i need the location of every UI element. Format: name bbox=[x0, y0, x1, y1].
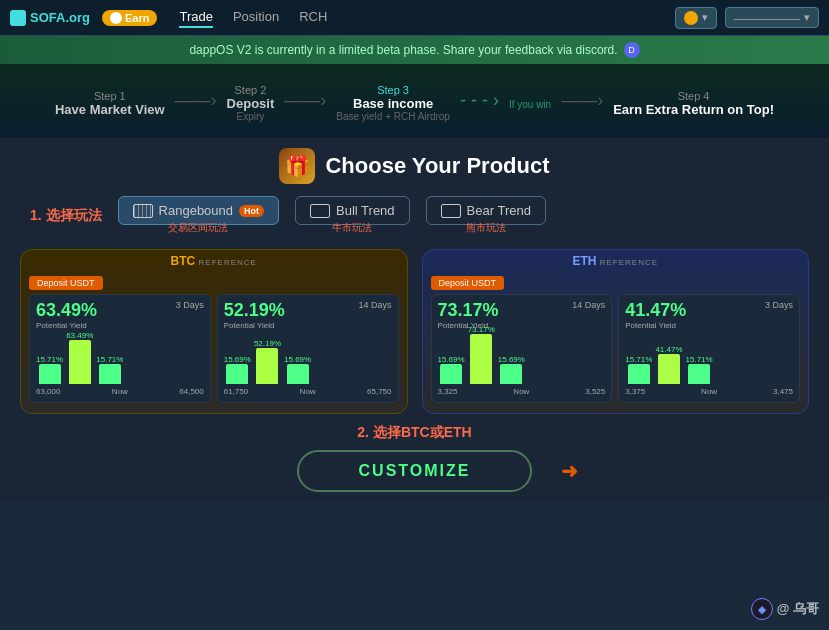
arrow-2: ——› bbox=[284, 90, 326, 111]
eth-14d-bar3 bbox=[500, 364, 522, 384]
eth-3d-bar2 bbox=[658, 354, 680, 384]
logo: SOFA.org bbox=[10, 10, 90, 26]
step2-asset-label: 2. 选择BTC或ETH bbox=[20, 424, 809, 442]
btc-14d-bar2 bbox=[256, 348, 278, 384]
btc-14d-bar3-label: 15.69% bbox=[284, 355, 311, 364]
nav-trade[interactable]: Trade bbox=[179, 7, 212, 28]
btc-3d-bar2 bbox=[69, 340, 91, 384]
btc-charts: 3 Days 63.49% Potential Yield 15.71% 63.… bbox=[21, 294, 407, 403]
beta-banner: dappOS V2 is currently in a limited beta… bbox=[0, 36, 829, 64]
eth-14d-bar2-label: 73.17% bbox=[468, 325, 495, 334]
earn-label: Earn bbox=[125, 12, 149, 24]
tab-bear-sub: 熊市玩法 bbox=[466, 221, 506, 235]
btc-14d-label: 14 Days bbox=[358, 300, 391, 310]
arrow-3: - - - › bbox=[460, 90, 499, 111]
customize-label: CUSTOMIZE bbox=[359, 462, 471, 479]
eth-deposit: Deposit USDT bbox=[431, 276, 505, 290]
nav-rch[interactable]: RCH bbox=[299, 7, 327, 28]
discord-icon[interactable]: D bbox=[624, 42, 640, 58]
bull-icon bbox=[310, 204, 330, 218]
step2-title: Deposit bbox=[227, 96, 275, 111]
eth-chart-14d[interactable]: 14 Days 73.17% Potential Yield 15.69% 73… bbox=[431, 294, 613, 403]
steps-section: Step 1 Have Market View ——› Step 2 Depos… bbox=[0, 64, 829, 138]
nav-position[interactable]: Position bbox=[233, 7, 279, 28]
btc-14d-yield-label: Potential Yield bbox=[224, 321, 392, 330]
eth-card[interactable]: ETH REFERENCE Deposit USDT 14 Days 73.17… bbox=[422, 249, 810, 414]
eth-14d-bar1 bbox=[440, 364, 462, 384]
btc-3d-now: Now bbox=[112, 387, 128, 396]
step-2: Step 2 Deposit Expiry bbox=[227, 84, 275, 122]
btc-14d-bar2-label: 52.19% bbox=[254, 339, 281, 348]
choose-title: Choose Your Product bbox=[325, 153, 549, 179]
btc-3d-bar2-label: 63.49% bbox=[66, 331, 93, 340]
eth-14d-bar2 bbox=[470, 334, 492, 384]
btc-3d-bar3 bbox=[99, 364, 121, 384]
btc-chart-14d[interactable]: 14 Days 52.19% Potential Yield 15.69% 52… bbox=[217, 294, 399, 403]
navbar: SOFA.org Earn Trade Position RCH ▾ —————… bbox=[0, 0, 829, 36]
btc-14d-low: 61,750 bbox=[224, 387, 248, 396]
eth-3d-bar3-label: 15.71% bbox=[686, 355, 713, 364]
customize-button[interactable]: CUSTOMIZE ➜ bbox=[297, 450, 533, 492]
btc-14d-range: 61,750 Now 65,750 bbox=[224, 387, 392, 396]
eth-3d-yield-label: Potential Yield bbox=[625, 321, 793, 330]
btc-3d-yield-label: Potential Yield bbox=[36, 321, 204, 330]
watermark-icon: ◈ bbox=[751, 598, 773, 620]
wallet-label: —————— bbox=[734, 12, 800, 24]
tab-bear-wrapper: Bear Trend 熊市玩法 bbox=[426, 196, 546, 235]
eth-14d-low: 3,325 bbox=[438, 387, 458, 396]
btc-14d-now: Now bbox=[300, 387, 316, 396]
eth-14d-barchart: 15.69% 73.17% 15.69% bbox=[438, 334, 606, 384]
eth-3d-now: Now bbox=[701, 387, 717, 396]
step-1: Step 1 Have Market View bbox=[55, 90, 165, 117]
eth-14d-bar1-label: 15.69% bbox=[438, 355, 465, 364]
btc-14d-barchart: 15.69% 52.19% 15.69% bbox=[224, 334, 392, 384]
step-3: Step 3 Base income Base yield + RCH Aird… bbox=[336, 84, 450, 122]
btc-14d-bar1 bbox=[226, 364, 248, 384]
eth-3d-high: 3,475 bbox=[773, 387, 793, 396]
logo-icon bbox=[10, 10, 26, 26]
nav-right: ▾ —————— ▾ bbox=[675, 7, 819, 29]
step4-title: Earn Extra Return on Top! bbox=[613, 102, 774, 117]
wallet-btn[interactable]: —————— ▾ bbox=[725, 7, 819, 28]
cards-row: BTC REFERENCE Deposit USDT 3 Days 63.49%… bbox=[20, 249, 809, 414]
step2-num: Step 2 bbox=[227, 84, 275, 96]
btc-14d-bar1-label: 15.69% bbox=[224, 355, 251, 364]
eth-chart-3d[interactable]: 3 Days 41.47% Potential Yield 15.71% 41.… bbox=[618, 294, 800, 403]
btc-header: BTC REFERENCE bbox=[21, 250, 407, 272]
watermark: ◈ @ 乌哥 bbox=[751, 598, 819, 620]
eth-14d-range: 3,325 Now 3,525 bbox=[438, 387, 606, 396]
eth-3d-barchart: 15.71% 41.47% 15.71% bbox=[625, 334, 793, 384]
btc-card[interactable]: BTC REFERENCE Deposit USDT 3 Days 63.49%… bbox=[20, 249, 408, 414]
tab-rangebound-sub: 交易区间玩法 bbox=[168, 221, 228, 235]
coin-dropdown: ▾ bbox=[702, 11, 708, 24]
eth-3d-label: 3 Days bbox=[765, 300, 793, 310]
step1-num: Step 1 bbox=[55, 90, 165, 102]
eth-charts: 14 Days 73.17% Potential Yield 15.69% 73… bbox=[423, 294, 809, 403]
btc-chart-3d[interactable]: 3 Days 63.49% Potential Yield 15.71% 63.… bbox=[29, 294, 211, 403]
eth-14d-now: Now bbox=[513, 387, 529, 396]
step-play-label: 1. 选择玩法 bbox=[30, 207, 102, 225]
eth-3d-bar2-label: 41.47% bbox=[655, 345, 682, 354]
tab-bull-label: Bull Trend bbox=[336, 203, 395, 218]
tab-rangebound-label: Rangebound bbox=[159, 203, 233, 218]
step3-sub: Base yield + RCH Airdrop bbox=[336, 111, 450, 122]
choose-header: 🎁 Choose Your Product bbox=[20, 148, 809, 184]
eth-3d-bar1-label: 15.71% bbox=[625, 355, 652, 364]
tab-bull-wrapper: Bull Trend 牛市玩法 bbox=[295, 196, 410, 235]
btc-3d-bar1-label: 15.71% bbox=[36, 355, 63, 364]
step3-title: Base income bbox=[336, 96, 450, 111]
coin-selector[interactable]: ▾ bbox=[675, 7, 717, 29]
hot-badge: Hot bbox=[239, 205, 264, 217]
if-win: If you win bbox=[509, 97, 551, 110]
eth-3d-range: 3,375 Now 3,475 bbox=[625, 387, 793, 396]
arrow-1: ——› bbox=[175, 90, 217, 111]
rangebound-icon bbox=[133, 204, 153, 218]
step-4: Step 4 Earn Extra Return on Top! bbox=[613, 90, 774, 117]
beta-text: dappOS V2 is currently in a limited beta… bbox=[189, 43, 617, 57]
eth-14d-high: 3,525 bbox=[585, 387, 605, 396]
step2-sub: Expiry bbox=[227, 111, 275, 122]
bear-icon bbox=[441, 204, 461, 218]
tab-bull-sub: 牛市玩法 bbox=[332, 221, 372, 235]
watermark-text: @ 乌哥 bbox=[777, 600, 819, 618]
earn-badge[interactable]: Earn bbox=[102, 10, 157, 26]
